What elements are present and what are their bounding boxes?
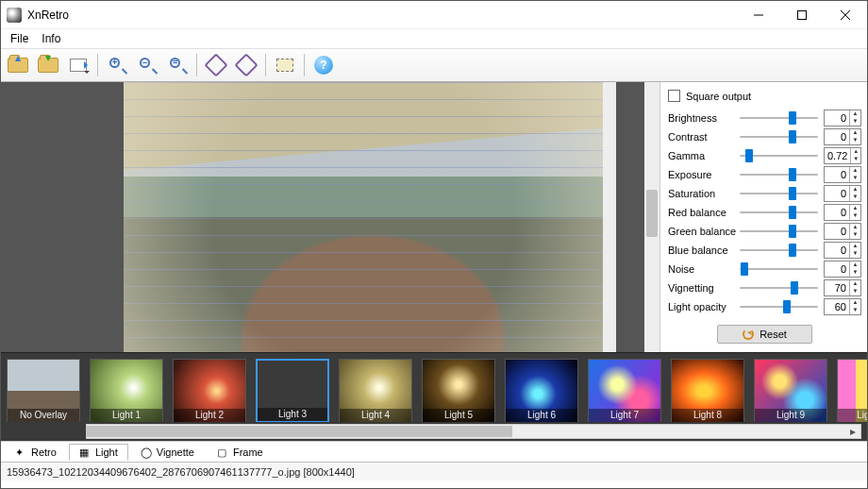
slider-row: Blue balance0▲▼	[668, 241, 861, 260]
reset-icon	[743, 329, 754, 340]
slider-contrast[interactable]	[740, 130, 818, 143]
vertical-scrollbar[interactable]	[644, 82, 659, 352]
tab-retro-label: Retro	[31, 447, 57, 458]
scrollbar-thumb[interactable]	[87, 426, 512, 437]
thumb-caption: Light 7	[589, 409, 660, 422]
scroll-right-arrow-icon[interactable]: ▸	[845, 425, 860, 438]
square-output-checkbox[interactable]: Square output	[668, 88, 861, 106]
slider-noise[interactable]	[740, 262, 818, 276]
menu-info[interactable]: Info	[36, 30, 66, 47]
spin-exposure[interactable]: 0▲▼	[824, 166, 861, 183]
spin-blue-balance[interactable]: 0▲▼	[824, 242, 861, 259]
spin-buttons[interactable]: ▲▼	[849, 243, 860, 258]
square-output-label: Square output	[686, 91, 751, 102]
spin-value: 0	[825, 205, 849, 220]
rotate-left-button[interactable]	[203, 52, 229, 78]
slider-row: Red balance0▲▼	[668, 203, 861, 222]
overlay-thumb[interactable]: Light 3	[256, 359, 329, 422]
slider-vignetting[interactable]	[740, 281, 818, 295]
spin-gamma[interactable]: 0.72▲▼	[824, 147, 861, 164]
horizontal-scrollbar[interactable]: ◂ ▸	[86, 424, 861, 439]
overlay-thumb-list: No OverlayLight 1Light 2Light 3Light 4Li…	[1, 353, 867, 422]
status-filename: 15936473_10212034409676402_2876706907461…	[7, 466, 300, 478]
thumb-caption: Light 3	[258, 408, 327, 421]
overlay-thumb[interactable]: Light 5	[422, 359, 495, 422]
spin-green-balance[interactable]: 0▲▼	[824, 223, 861, 240]
slider-exposure[interactable]	[740, 168, 818, 181]
zoom-fit-icon: =	[170, 58, 185, 73]
overlay-thumb[interactable]: Light 2	[173, 359, 246, 422]
spin-brightness[interactable]: 0▲▼	[824, 110, 861, 126]
zoom-fit-button[interactable]: =	[164, 52, 191, 78]
overlay-thumb[interactable]: No Overlay	[7, 359, 80, 422]
spin-buttons[interactable]: ▲▼	[849, 110, 860, 126]
image-canvas[interactable]	[124, 82, 616, 352]
spin-value: 0.72	[825, 148, 850, 163]
minimize-button[interactable]	[737, 1, 780, 29]
rotate-right-button[interactable]	[233, 52, 259, 78]
slider-label: Brightness	[668, 112, 734, 124]
spin-noise[interactable]: 0▲▼	[824, 261, 861, 278]
slider-label: Red balance	[668, 207, 734, 218]
status-dimensions: [800x1440]	[303, 466, 354, 478]
spin-buttons[interactable]: ▲▼	[849, 261, 860, 277]
reset-button[interactable]: Reset	[717, 325, 812, 344]
spin-saturation[interactable]: 0▲▼	[824, 185, 861, 202]
scrollbar-thumb[interactable]	[646, 190, 658, 237]
spin-light-opacity[interactable]: 60▲▼	[824, 298, 861, 315]
slider-green-balance[interactable]	[740, 225, 818, 238]
zoom-in-button[interactable]: +	[104, 52, 130, 78]
thumb-caption: Light 9	[755, 409, 826, 422]
tab-light[interactable]: ▦ Light	[69, 444, 128, 461]
slider-saturation[interactable]	[740, 187, 818, 200]
thumb-caption: Light 10	[838, 409, 867, 422]
slider-label: Exposure	[668, 169, 734, 180]
overlay-strip: No OverlayLight 1Light 2Light 3Light 4Li…	[1, 352, 867, 441]
rotate-right-icon	[234, 53, 258, 76]
slider-gamma[interactable]	[740, 149, 818, 162]
help-button[interactable]: ?	[310, 52, 337, 78]
tab-retro[interactable]: ✦ Retro	[5, 444, 67, 461]
status-bar: 15936473_10212034409676402_2876706907461…	[1, 462, 867, 481]
slider-label: Contrast	[668, 131, 734, 143]
maximize-button[interactable]	[780, 1, 824, 29]
tab-frame[interactable]: ▢ Frame	[207, 444, 274, 461]
spin-value: 0	[825, 261, 849, 277]
overlay-thumb[interactable]: Light 7	[588, 359, 661, 422]
slider-label: Saturation	[668, 188, 734, 199]
save-button[interactable]: ▾	[35, 52, 61, 78]
slider-light-opacity[interactable]	[740, 300, 818, 313]
spin-value: 0	[825, 224, 849, 239]
crop-button[interactable]	[272, 52, 298, 78]
slider-blue-balance[interactable]	[740, 244, 818, 257]
spin-vignetting[interactable]: 70▲▼	[824, 279, 861, 296]
overlay-thumb[interactable]: Light 9	[754, 359, 827, 422]
spin-buttons[interactable]: ▲▼	[849, 129, 860, 144]
spin-buttons[interactable]: ▲▼	[849, 205, 860, 220]
spin-contrast[interactable]: 0▲▼	[824, 128, 861, 145]
open-button[interactable]: ▴	[5, 52, 31, 78]
slider-row: Green balance0▲▼	[668, 222, 861, 241]
spin-buttons[interactable]: ▲▼	[849, 299, 860, 314]
spin-red-balance[interactable]: 0▲▼	[824, 204, 861, 221]
spin-buttons[interactable]: ▲▼	[849, 280, 860, 295]
overlay-thumb[interactable]: Light 1	[90, 359, 163, 422]
zoom-out-button[interactable]: –	[134, 52, 160, 78]
spin-buttons[interactable]: ▲▼	[849, 186, 860, 201]
overlay-thumb[interactable]: Light 10	[837, 359, 867, 422]
overlay-thumb[interactable]: Light 8	[671, 359, 744, 422]
tab-vignette[interactable]: ◯ Vignette	[130, 444, 205, 461]
overlay-thumb[interactable]: Light 4	[339, 359, 412, 422]
spin-buttons[interactable]: ▲▼	[849, 167, 860, 182]
spin-buttons[interactable]: ▲▼	[849, 224, 860, 239]
menu-file[interactable]: File	[5, 30, 34, 47]
slider-label: Light opacity	[668, 301, 734, 312]
share-button[interactable]	[65, 52, 92, 78]
close-button[interactable]	[824, 1, 867, 29]
slider-red-balance[interactable]	[740, 206, 818, 219]
slider-brightness[interactable]	[740, 111, 818, 125]
overlay-thumb[interactable]: Light 6	[505, 359, 578, 422]
upload-arrow-icon: ▴	[15, 51, 21, 64]
canvas-wrap	[1, 82, 659, 352]
spin-buttons[interactable]: ▲▼	[850, 148, 860, 163]
